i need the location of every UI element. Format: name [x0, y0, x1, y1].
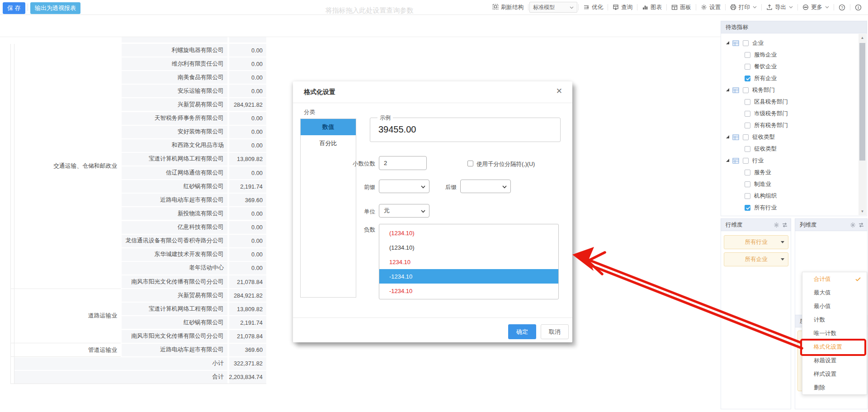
- table-cell-company[interactable]: 亿意科技有限公司: [122, 221, 227, 234]
- scroll-up-icon[interactable]: ▲: [860, 36, 865, 40]
- tree-scrollbar[interactable]: ▲ ▼: [859, 34, 866, 215]
- tree-leaf[interactable]: 所有企业: [721, 72, 867, 84]
- table-cell-value[interactable]: 0.00: [229, 71, 266, 84]
- checkbox[interactable]: [743, 87, 749, 93]
- table-cell-company[interactable]: 宝道计算机网络工程有限公司: [122, 303, 227, 315]
- scroll-down-icon[interactable]: ▼: [860, 209, 865, 213]
- transfer-icon[interactable]: [858, 222, 864, 229]
- menu-item-标题设置[interactable]: 标题设置: [802, 354, 867, 368]
- menu-item-最小值[interactable]: 最小值: [802, 299, 867, 313]
- tree-leaf[interactable]: 机构组织: [721, 190, 867, 202]
- table-cell-value[interactable]: 0.00: [229, 112, 266, 125]
- table-cell-company[interactable]: 天智税务师事务所有限公司: [122, 112, 227, 125]
- table-cell-company[interactable]: 新投物流有限公司: [122, 207, 227, 220]
- dimension-pill[interactable]: 所有行业: [724, 235, 788, 249]
- 优化-button[interactable]: 优化: [580, 4, 607, 11]
- cancel-button[interactable]: 取消: [541, 324, 569, 339]
- negative-format-option[interactable]: 1234.10: [379, 255, 558, 269]
- tree-node[interactable]: 行业: [721, 155, 861, 166]
- tree-leaf[interactable]: 征收类型: [721, 143, 867, 155]
- model-select[interactable]: 标准模型: [529, 2, 577, 13]
- menu-item-唯一计数[interactable]: 唯一计数: [802, 327, 867, 340]
- tree-node[interactable]: 税务部门: [721, 84, 861, 96]
- 打印-button[interactable]: 打印: [726, 4, 760, 11]
- table-cell-value[interactable]: 2,191.74: [229, 316, 266, 329]
- checkbox[interactable]: [745, 146, 750, 152]
- table-cell-company[interactable]: 龙信通讯设备有限公司香积寺路分公司: [122, 235, 227, 247]
- table-cell-value[interactable]: 369.60: [229, 344, 266, 356]
- thousand-separator-checkbox[interactable]: [467, 161, 473, 166]
- 图表-button[interactable]: 图表: [638, 4, 665, 11]
- negative-format-option[interactable]: (1234.10): [379, 240, 558, 255]
- checkbox[interactable]: [743, 158, 749, 164]
- table-cell-company[interactable]: 宝道计算机网络工程有限公司: [122, 153, 227, 166]
- checkbox[interactable]: [743, 40, 749, 46]
- table-cell-company[interactable]: 和西路文化用品市场: [122, 139, 227, 152]
- tree-expand-icon[interactable]: [726, 88, 732, 93]
- negative-format-option[interactable]: -1234.10: [379, 284, 558, 298]
- ok-button[interactable]: 确定: [508, 324, 536, 339]
- tree-leaf[interactable]: 餐饮企业: [721, 61, 867, 72]
- export-pivot-button[interactable]: 输出为透视报表: [30, 2, 80, 14]
- menu-item-最大值[interactable]: 最大值: [802, 286, 867, 299]
- table-cell-value[interactable]: 369.60: [229, 194, 266, 206]
- tree-leaf[interactable]: 所有行业: [721, 202, 867, 213]
- checkbox[interactable]: [743, 134, 749, 140]
- tree-leaf[interactable]: 市级税务部门: [721, 108, 867, 119]
- format-category-option[interactable]: 百分比: [301, 135, 356, 152]
- checkbox[interactable]: [745, 170, 750, 175]
- table-cell-company[interactable]: 红砂锅有限公司: [122, 180, 227, 193]
- decimal-places-input[interactable]: 2: [379, 156, 427, 170]
- info-button[interactable]: [851, 4, 865, 11]
- table-cell-value[interactable]: 0.00: [229, 44, 266, 57]
- tree-leaf[interactable]: 所有税务部门: [721, 119, 867, 131]
- 更多-button[interactable]: 更多: [799, 4, 833, 11]
- close-icon[interactable]: ✕: [556, 87, 562, 95]
- suffix-select[interactable]: [460, 180, 511, 193]
- tree-leaf[interactable]: 制造业: [721, 178, 867, 190]
- menu-item-样式设置[interactable]: 样式设置: [802, 368, 867, 381]
- table-cell-company[interactable]: 安好装饰有限公司: [122, 126, 227, 138]
- table-cell-value[interactable]: 0.00: [229, 139, 266, 152]
- menu-item-计数[interactable]: 计数: [802, 313, 867, 327]
- checkbox-checked[interactable]: [745, 76, 750, 81]
- transfer-icon[interactable]: [782, 222, 788, 229]
- format-category-selected[interactable]: 数值: [301, 119, 356, 135]
- help-button[interactable]: ?: [835, 4, 849, 11]
- checkbox[interactable]: [745, 99, 750, 105]
- tree-node[interactable]: 征收类型: [721, 131, 861, 143]
- tree-expand-icon[interactable]: [726, 135, 732, 140]
- table-cell-company[interactable]: 近路电动车超市有限公司: [122, 194, 227, 206]
- table-cell-company[interactable]: 近路电动车超市有限公司: [122, 344, 227, 356]
- table-cell-company[interactable]: 东华城建技术开发有限公司: [122, 248, 227, 261]
- tree-scrollbar-thumb[interactable]: [859, 43, 865, 161]
- table-cell-company[interactable]: 维尔利有限责任公司: [122, 57, 227, 70]
- table-cell-company[interactable]: 南风市阳光文化传播有限公司分公司: [122, 330, 227, 343]
- table-cell-value[interactable]: 2,191.74: [229, 180, 266, 193]
- table-cell-value[interactable]: 284,921.82: [229, 289, 266, 302]
- negative-format-option[interactable]: (1234.10): [379, 226, 558, 240]
- gear-icon[interactable]: [774, 222, 779, 229]
- table-cell-company[interactable]: 安乐运输有限公司: [122, 85, 227, 97]
- table-cell-value[interactable]: 21,078.84: [229, 275, 266, 288]
- table-cell-value[interactable]: 0.00: [229, 166, 266, 179]
- table-cell-company[interactable]: 利螺旋电器有限公司: [122, 44, 227, 57]
- table-cell-value[interactable]: 0.00: [229, 221, 266, 234]
- checkbox[interactable]: [745, 64, 750, 70]
- dimension-pill[interactable]: 所有企业: [724, 252, 788, 266]
- tree-leaf[interactable]: 服务业: [721, 166, 867, 178]
- tree-expand-icon[interactable]: [726, 41, 732, 46]
- unit-select[interactable]: 元: [379, 204, 429, 218]
- 设置-button[interactable]: 设置: [697, 4, 724, 11]
- table-cell-value[interactable]: 284,921.82: [229, 98, 266, 111]
- menu-item-删除[interactable]: 删除: [802, 381, 867, 395]
- menu-item-合计值[interactable]: 合计值: [802, 272, 867, 286]
- table-cell-value[interactable]: 0.00: [229, 262, 266, 275]
- checkbox-checked[interactable]: [745, 205, 750, 211]
- tree-node[interactable]: 企业: [721, 37, 861, 49]
- query-parameter-dropzone[interactable]: [0, 15, 721, 37]
- checkbox[interactable]: [745, 123, 750, 128]
- table-cell-value[interactable]: 0.00: [229, 57, 266, 70]
- table-cell-value[interactable]: 13,809.82: [229, 303, 266, 315]
- table-cell-value[interactable]: 0.00: [229, 85, 266, 97]
